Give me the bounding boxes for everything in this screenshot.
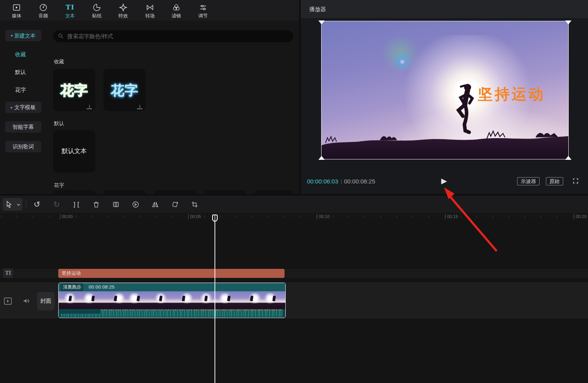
frame-thumbnail bbox=[59, 291, 81, 309]
mirror-icon bbox=[152, 201, 159, 208]
sidebar-item-default[interactable]: 默认 bbox=[15, 69, 26, 76]
text-clip[interactable]: 坚持运动 bbox=[58, 269, 285, 278]
download-icon[interactable]: ↓ bbox=[87, 103, 92, 109]
ruler-label: 00:20 bbox=[574, 214, 587, 219]
huazi-card-partial[interactable] bbox=[154, 190, 196, 194]
ruler-label: 00:10 bbox=[317, 214, 330, 219]
tab-adjust[interactable]: 调节 bbox=[192, 2, 214, 20]
video-overlay-text[interactable]: 坚持运动 bbox=[478, 84, 545, 104]
sticker-icon bbox=[86, 2, 108, 12]
tab-filter[interactable]: 滤镜 bbox=[165, 2, 187, 20]
lens-flare bbox=[399, 59, 405, 65]
caret-down-icon: ▾ bbox=[11, 33, 13, 38]
video-track-toggle-icon[interactable] bbox=[4, 297, 12, 307]
search-input[interactable] bbox=[67, 30, 288, 42]
original-button[interactable]: 原始 bbox=[546, 177, 563, 185]
selection-handle[interactable] bbox=[565, 20, 571, 24]
default-text-card[interactable]: 默认文本 bbox=[53, 130, 95, 172]
video-clip[interactable]: 清晨跑步 00:00:08:25 bbox=[58, 283, 286, 318]
mirror-button[interactable] bbox=[148, 198, 162, 211]
playhead-handle[interactable] bbox=[212, 215, 218, 222]
frame-thumbnail bbox=[217, 291, 240, 309]
reverse-play-icon bbox=[132, 201, 139, 208]
crop-icon bbox=[191, 201, 198, 208]
cover-button[interactable]: 封面 bbox=[37, 292, 55, 310]
selection-handle[interactable] bbox=[318, 20, 325, 24]
sidebar-item-lyrics-recognition[interactable]: 识别歌词 bbox=[5, 141, 41, 152]
search-bar bbox=[53, 30, 293, 42]
caret-right-icon: ▸ bbox=[11, 105, 13, 109]
tab-sticker[interactable]: 贴纸 bbox=[86, 2, 108, 20]
selection-handle[interactable] bbox=[565, 156, 571, 160]
play-button[interactable]: ▶ bbox=[441, 176, 447, 185]
download-icon[interactable]: ↓ bbox=[137, 103, 142, 109]
tab-audio[interactable]: 音频 bbox=[32, 2, 54, 20]
player-panel: 播放器 bbox=[301, 0, 588, 194]
tab-transition[interactable]: 转场 bbox=[139, 2, 161, 20]
frame-thumbnail bbox=[81, 291, 104, 309]
frame-thumbnail bbox=[263, 291, 285, 309]
huazi-card-partial[interactable] bbox=[53, 190, 95, 194]
search-icon bbox=[58, 33, 64, 41]
huazi-card-partial[interactable] bbox=[104, 190, 146, 194]
current-timecode: 00:00:06:03 bbox=[307, 178, 338, 185]
section-title-huazi: 花字 bbox=[54, 182, 64, 189]
trash-icon bbox=[92, 201, 100, 208]
rotate-button[interactable] bbox=[168, 198, 181, 211]
timeline-ruler[interactable]: 00:00 00:05 00:10 00:15 00:20 bbox=[0, 213, 588, 220]
speaker-icon[interactable] bbox=[22, 297, 30, 306]
huazi-card-partial[interactable] bbox=[204, 190, 246, 194]
text-icon: TI bbox=[59, 2, 81, 12]
delete-button[interactable] bbox=[89, 198, 103, 211]
app-window: 媒体 音频 TI 文本 贴纸 特效 bbox=[0, 0, 588, 383]
frame-thumbnail bbox=[172, 291, 195, 309]
top-nav: 媒体 音频 TI 文本 贴纸 特效 bbox=[0, 0, 299, 20]
tab-text[interactable]: TI 文本 bbox=[59, 2, 81, 20]
effects-icon bbox=[112, 2, 134, 12]
split-button[interactable]: ][ bbox=[70, 198, 83, 211]
sidebar-item-huazi[interactable]: 花字 bbox=[15, 87, 26, 94]
runner-silhouette bbox=[453, 83, 481, 142]
video-clip-header: 清晨跑步 00:00:08:25 bbox=[59, 283, 285, 291]
select-tool-button[interactable] bbox=[3, 198, 22, 211]
huazi-card-ice[interactable]: 花字 ↓ bbox=[104, 69, 146, 111]
video-clip-duration: 00:00:08:25 bbox=[89, 283, 115, 291]
undo-button[interactable]: ↺ bbox=[30, 198, 44, 211]
timeline-tracks: TI 封面 坚持运动 清晨跑步 00:00:08:25 bbox=[0, 220, 588, 383]
library-content: 收藏 花字 ↓ 花字 ↓ 默认 默认文本 花字 bbox=[46, 20, 299, 194]
redo-button[interactable]: ↻ bbox=[50, 198, 63, 211]
cursor-icon bbox=[5, 200, 13, 208]
player-header: 播放器 bbox=[301, 0, 588, 18]
video-preview[interactable]: 坚持运动 bbox=[322, 21, 568, 159]
frame-thumbnail bbox=[127, 291, 150, 309]
text-track-icon[interactable]: TI bbox=[3, 268, 13, 278]
total-timecode: 00:00:08:25 bbox=[344, 178, 375, 185]
video-clip-name: 清晨跑步 bbox=[61, 283, 83, 291]
crop-button[interactable] bbox=[188, 198, 201, 211]
video-canvas: 坚持运动 bbox=[322, 21, 568, 159]
timeline-toolbar: ↺ ↻ ][ bbox=[0, 196, 588, 213]
sidebar-item-new-text[interactable]: ▾ 新建文本 bbox=[5, 30, 41, 41]
huazi-card-partial[interactable] bbox=[255, 190, 293, 194]
section-title-favorites: 收藏 bbox=[54, 58, 64, 65]
huazi-card-green[interactable]: 花字 ↓ bbox=[53, 69, 95, 111]
frame-thumbnail bbox=[149, 291, 172, 309]
hill-silhouette bbox=[322, 126, 568, 159]
video-clip-thumbnails bbox=[59, 291, 285, 309]
reverse-button[interactable] bbox=[129, 198, 142, 211]
scope-button[interactable]: 示波器 bbox=[517, 177, 540, 185]
selection-handle[interactable] bbox=[318, 156, 325, 160]
filter-icon bbox=[165, 2, 187, 12]
frame-thumbnail bbox=[240, 291, 263, 309]
fullscreen-icon[interactable] bbox=[572, 178, 579, 186]
sidebar-item-favorites[interactable]: 收藏 bbox=[15, 51, 26, 58]
sidebar-item-smart-captions[interactable]: 智能字幕 bbox=[5, 121, 41, 133]
sidebar-item-text-template[interactable]: ▸ 文字模板 bbox=[5, 102, 41, 113]
playhead-line bbox=[214, 215, 215, 383]
ruler-label: 00:05 bbox=[188, 214, 201, 219]
tab-effects[interactable]: 特效 bbox=[112, 2, 134, 20]
audio-waveform bbox=[59, 309, 285, 317]
freeze-frame-button[interactable] bbox=[109, 198, 122, 211]
section-title-default: 默认 bbox=[54, 120, 64, 127]
tab-media[interactable]: 媒体 bbox=[6, 2, 28, 20]
